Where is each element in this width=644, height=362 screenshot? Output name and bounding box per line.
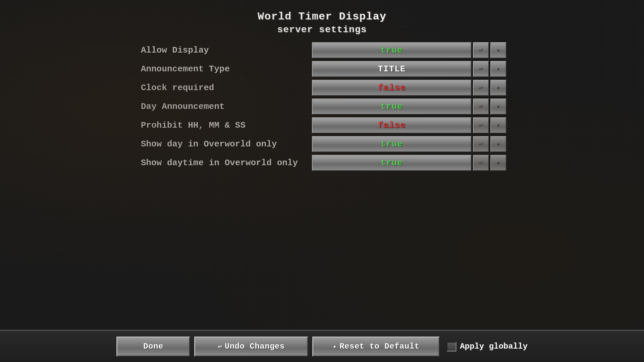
page-title: World Timer Display bbox=[258, 9, 386, 24]
done-button[interactable]: Done bbox=[116, 337, 190, 357]
setting-row-show-day-overworld: Show day in Overworld only true ↩ ✦ bbox=[138, 135, 506, 153]
setting-row-day-announcement: Day Announcement true ↩ ✦ bbox=[138, 98, 506, 115]
undo-icon-prohibit-hh-mm-ss[interactable]: ↩ bbox=[473, 117, 489, 133]
reset-icon-announcement-type[interactable]: ✦ bbox=[490, 61, 506, 77]
settings-container: Allow Display true ↩ ✦ Announcement Type… bbox=[138, 42, 506, 173]
setting-value-day-announcement[interactable]: true bbox=[312, 99, 472, 115]
apply-globally-label: Apply globally bbox=[460, 342, 528, 351]
undo-icon-show-day-overworld[interactable]: ↩ bbox=[473, 136, 489, 152]
bottom-bar: Done ↩Undo Changes ✦Reset to Default App… bbox=[0, 330, 644, 362]
setting-row-allow-display: Allow Display true ↩ ✦ bbox=[138, 42, 506, 59]
reset-icon-prohibit-hh-mm-ss[interactable]: ✦ bbox=[490, 117, 506, 133]
undo-icon-allow-display[interactable]: ↩ bbox=[473, 42, 489, 58]
setting-label-allow-display: Allow Display bbox=[138, 45, 312, 55]
setting-value-allow-display[interactable]: true bbox=[312, 42, 472, 58]
reset-icon-show-day-overworld[interactable]: ✦ bbox=[490, 136, 506, 152]
undo-icon-day-announcement[interactable]: ↩ bbox=[473, 99, 489, 115]
setting-value-text-prohibit-hh-mm-ss: false bbox=[378, 120, 406, 130]
reset-icon-show-daytime-overworld[interactable]: ✦ bbox=[490, 155, 506, 171]
setting-value-clock-required[interactable]: false bbox=[312, 80, 472, 96]
setting-label-prohibit-hh-mm-ss: Prohibit HH, MM & SS bbox=[138, 120, 312, 130]
reset-icon-day-announcement[interactable]: ✦ bbox=[490, 99, 506, 115]
setting-value-text-show-day-overworld: true bbox=[381, 139, 403, 149]
apply-globally-checkbox[interactable] bbox=[446, 342, 457, 352]
setting-label-show-day-overworld: Show day in Overworld only bbox=[138, 139, 312, 149]
undo-changes-button[interactable]: ↩Undo Changes bbox=[194, 337, 308, 357]
setting-value-show-day-overworld[interactable]: true bbox=[312, 136, 472, 152]
page-header: World Timer Display server settings bbox=[258, 9, 386, 35]
setting-label-announcement-type: Announcement Type bbox=[138, 64, 312, 74]
undo-icon-show-daytime-overworld[interactable]: ↩ bbox=[473, 155, 489, 171]
reset-icon-clock-required[interactable]: ✦ bbox=[490, 80, 506, 96]
setting-row-prohibit-hh-mm-ss: Prohibit HH, MM & SS false ↩ ✦ bbox=[138, 117, 506, 134]
setting-value-prohibit-hh-mm-ss[interactable]: false bbox=[312, 117, 472, 133]
reset-to-default-label: Reset to Default bbox=[339, 342, 419, 351]
setting-label-show-daytime-overworld: Show daytime in Overworld only bbox=[138, 158, 312, 168]
setting-row-announcement-type: Announcement Type TITLE ↩ ✦ bbox=[138, 60, 506, 78]
setting-value-text-clock-required: false bbox=[378, 83, 406, 93]
setting-label-clock-required: Clock required bbox=[138, 83, 312, 93]
setting-value-show-daytime-overworld[interactable]: true bbox=[312, 155, 472, 171]
setting-value-text-announcement-type: TITLE bbox=[378, 64, 406, 74]
reset-to-default-button[interactable]: ✦Reset to Default bbox=[312, 337, 440, 357]
reset-to-default-icon: ✦ bbox=[333, 342, 337, 351]
setting-label-day-announcement: Day Announcement bbox=[138, 102, 312, 112]
setting-value-text-show-daytime-overworld: true bbox=[381, 158, 403, 168]
setting-value-text-day-announcement: true bbox=[381, 102, 403, 112]
undo-changes-label: Undo Changes bbox=[225, 342, 285, 351]
setting-value-text-allow-display: true bbox=[381, 45, 403, 55]
page-subtitle: server settings bbox=[258, 24, 386, 35]
setting-row-clock-required: Clock required false ↩ ✦ bbox=[138, 79, 506, 97]
undo-icon-clock-required[interactable]: ↩ bbox=[473, 80, 489, 96]
setting-row-show-daytime-overworld: Show daytime in Overworld only true ↩ ✦ bbox=[138, 154, 506, 172]
setting-value-announcement-type[interactable]: TITLE bbox=[312, 61, 472, 77]
apply-globally-container: Apply globally bbox=[446, 342, 528, 352]
undo-icon-announcement-type[interactable]: ↩ bbox=[473, 61, 489, 77]
undo-changes-icon: ↩ bbox=[218, 342, 222, 351]
reset-icon-allow-display[interactable]: ✦ bbox=[490, 42, 506, 58]
